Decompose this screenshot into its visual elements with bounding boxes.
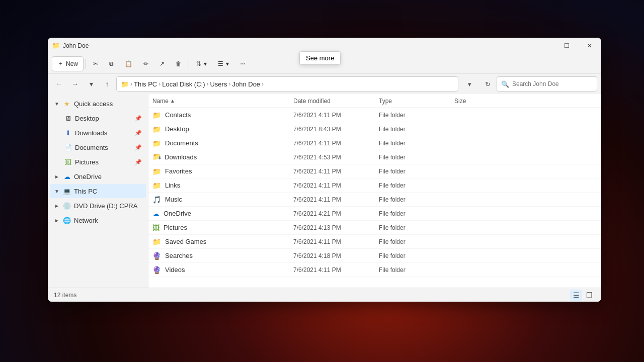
dropdown-button[interactable]: ▾ (462, 77, 476, 91)
back-button[interactable]: ← (52, 77, 66, 91)
table-row[interactable]: 🖼 Pictures 7/6/2021 4:13 PM File folder (148, 221, 601, 235)
search-box[interactable]: 🔍 (497, 76, 597, 92)
chevron-right-icon-dvd: ► (54, 203, 60, 209)
col-header-date[interactable]: Date modified (293, 98, 379, 105)
pin-icon-documents: 📌 (135, 144, 142, 151)
grid-view-button[interactable]: ❐ (583, 290, 595, 301)
toolbar-separator (86, 59, 86, 69)
pictures-label: Pictures (75, 158, 99, 166)
table-row[interactable]: 📁 Contacts 7/6/2021 4:11 PM File folder (148, 108, 601, 122)
table-row[interactable]: 🎵 Music 7/6/2021 4:11 PM File folder (148, 193, 601, 207)
col-header-type[interactable]: Type (379, 98, 454, 105)
file-name: 📁 ⬇ Downloads (152, 153, 293, 161)
table-row[interactable]: 🔮 Videos 7/6/2021 4:11 PM File folder (148, 263, 601, 277)
view-icon: ☰ (218, 60, 223, 67)
minimize-button[interactable]: — (532, 38, 555, 54)
quick-access-label: Quick access (74, 100, 113, 108)
window-controls: — ☐ ✕ (532, 38, 601, 54)
share-button[interactable]: ↗ (154, 56, 170, 71)
folder-icon: 📁 (152, 139, 161, 147)
sort-button[interactable]: ⇅ ▾ (191, 56, 212, 71)
downloads-icon: ⬇ (64, 129, 72, 137)
table-row[interactable]: 📁 Documents 7/6/2021 4:11 PM File folder (148, 136, 601, 150)
content-area: ▼ ★ Quick access 🖥 Desktop 📌 ⬇ Downloads… (48, 94, 601, 288)
file-name: ☁ OneDrive (152, 210, 293, 218)
thispc-icon: 💻 (63, 187, 71, 195)
list-view-button[interactable]: ☰ (570, 290, 582, 301)
col-header-size[interactable]: Size (454, 98, 597, 105)
downloads-label: Downloads (75, 129, 107, 137)
more-button[interactable]: ··· (235, 56, 250, 71)
sidebar-thispc[interactable]: ▼ 💻 This PC (50, 184, 146, 198)
file-date: 7/6/2021 4:11 PM (293, 266, 379, 274)
close-button[interactable]: ✕ (578, 38, 601, 54)
breadcrumb-johndoe[interactable]: John Doe (232, 80, 260, 88)
file-name: 📁 Saved Games (152, 238, 293, 246)
sidebar-network[interactable]: ► 🌐 Network (50, 213, 146, 227)
sidebar-item-desktop[interactable]: 🖥 Desktop 📌 (50, 111, 146, 125)
file-name: 📁 Desktop (152, 125, 293, 133)
file-date: 7/6/2021 4:11 PM (293, 112, 379, 119)
search-icon: 🔍 (501, 80, 509, 88)
table-row[interactable]: 📁 Saved Games 7/6/2021 4:11 PM File fold… (148, 235, 601, 249)
folder-icon: 🔮 (152, 252, 161, 260)
pictures-icon: 🖼 (64, 158, 72, 166)
col-header-name[interactable]: Name ▲ (152, 98, 293, 105)
rename-button[interactable]: ✏ (138, 56, 153, 71)
sidebar-onedrive[interactable]: ► ☁ OneDrive (50, 169, 146, 184)
file-date: 7/6/2021 4:11 PM (293, 238, 379, 245)
see-more-tooltip: See more (299, 51, 341, 65)
delete-button[interactable]: 🗑 (171, 56, 187, 71)
copy-button[interactable]: ⧉ (104, 56, 119, 71)
breadcrumb-icon: 📁 (121, 80, 129, 88)
toolbar: ＋ New ✂ ⧉ 📋 ✏ ↗ 🗑 ⇅ ▾ ☰ ▾ (48, 54, 601, 74)
search-input[interactable] (512, 80, 593, 87)
file-name: 🖼 Pictures (152, 224, 293, 232)
file-date: 7/6/2021 4:18 PM (293, 252, 379, 259)
file-date: 7/6/2021 4:11 PM (293, 140, 379, 147)
refresh-button[interactable]: ↻ (480, 77, 495, 91)
sidebar-quick-access[interactable]: ▼ ★ Quick access (50, 97, 146, 111)
recent-locations-button[interactable]: ▾ (84, 77, 98, 91)
table-row[interactable]: 🔮 Searches 7/6/2021 4:18 PM File folder (148, 249, 601, 263)
folder-icon: 📁 (152, 111, 161, 119)
new-button[interactable]: ＋ New (52, 56, 84, 71)
paste-icon: 📋 (125, 60, 132, 67)
table-row[interactable]: 📁 Favorites 7/6/2021 4:11 PM File folder (148, 164, 601, 178)
sidebar-item-downloads[interactable]: ⬇ Downloads 📌 (50, 126, 146, 140)
forward-button[interactable]: → (68, 77, 82, 91)
up-button[interactable]: ↑ (100, 77, 114, 91)
folder-icon: 🎵 (152, 196, 161, 204)
breadcrumb-thispc[interactable]: This PC (134, 80, 157, 88)
breadcrumb-localdisk[interactable]: Local Disk (C:) (162, 80, 205, 88)
cut-icon: ✂ (93, 60, 98, 67)
table-row[interactable]: 📁 Links 7/6/2021 4:11 PM File folder (148, 178, 601, 193)
file-area: Name ▲ Date modified Type Size 📁 Contact… (148, 94, 601, 288)
plus-icon: ＋ (57, 59, 63, 68)
paste-button[interactable]: 📋 (120, 56, 137, 71)
more-icon: ··· (240, 59, 245, 68)
table-row[interactable]: 📁 ⬇ Downloads 7/6/2021 4:53 PM File fold… (148, 150, 601, 164)
view-button[interactable]: ☰ ▾ (213, 56, 234, 71)
file-type: File folder (379, 266, 454, 274)
file-name: 🔮 Searches (152, 252, 293, 260)
file-type: File folder (379, 140, 454, 147)
table-row[interactable]: ☁ OneDrive 7/6/2021 4:21 PM File folder (148, 207, 601, 221)
sidebar-item-documents[interactable]: 📄 Documents 📌 (50, 140, 146, 154)
breadcrumb-users[interactable]: Users (210, 80, 227, 88)
sidebar-item-pictures[interactable]: 🖼 Pictures 📌 (50, 155, 146, 169)
explorer-window: 📁 John Doe — ☐ ✕ ＋ New ✂ ⧉ 📋 ✏ ↗ 🗑 (48, 38, 601, 302)
chevron-down-icon-thispc: ▼ (54, 189, 60, 194)
table-row[interactable]: 📁 Desktop 7/6/2021 8:43 PM File folder (148, 122, 601, 136)
maximize-button[interactable]: ☐ (555, 38, 578, 54)
folder-icon: ☁ (152, 210, 159, 218)
file-date: 7/6/2021 4:21 PM (293, 210, 379, 217)
thispc-label: This PC (74, 188, 97, 195)
network-icon: 🌐 (63, 216, 71, 224)
address-breadcrumb[interactable]: 📁 › This PC › Local Disk (C:) › Users › … (116, 76, 458, 92)
cut-button[interactable]: ✂ (88, 56, 103, 71)
sidebar-dvddrive[interactable]: ► 💿 DVD Drive (D:) CPRA (50, 199, 146, 213)
chevron-right-icon-network: ► (54, 218, 60, 223)
chevron-right-icon: ► (54, 174, 60, 179)
file-date: 7/6/2021 4:53 PM (293, 154, 379, 161)
